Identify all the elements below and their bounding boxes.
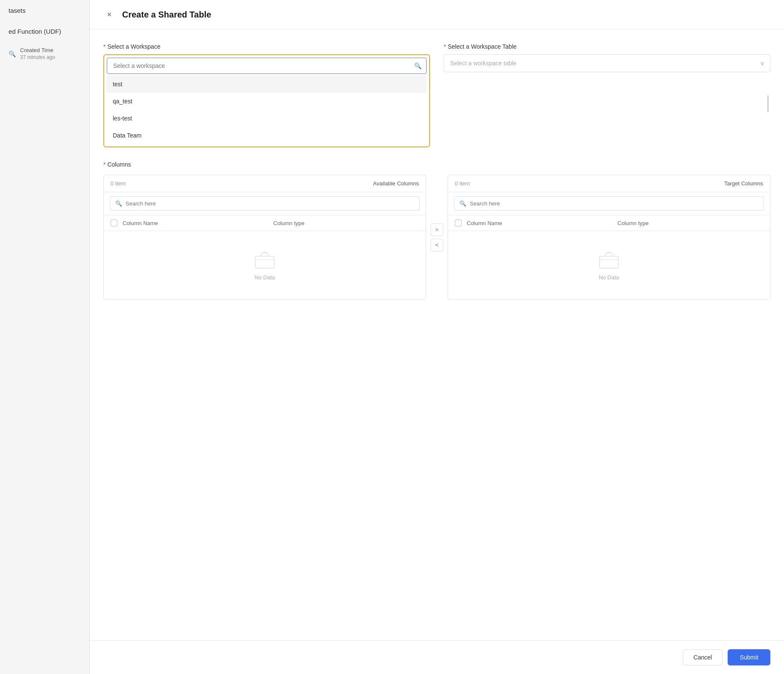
sidebar-created-label: Created Time — [20, 47, 55, 53]
workspace-table-select[interactable]: Select a workspace table — [444, 54, 770, 72]
workspace-table-label: * Select a Workspace Table — [444, 43, 770, 50]
target-columns-search-inner: 🔍 — [454, 196, 764, 211]
target-columns-search-input[interactable] — [470, 200, 758, 207]
target-no-data-icon — [598, 250, 620, 269]
workspace-options-list: test qa_test les-test Data Team — [107, 76, 427, 144]
available-columns-search-container: 🔍 — [104, 192, 426, 215]
sidebar-time-value: 37 minutes ago — [20, 54, 55, 60]
workspace-option-test[interactable]: test — [107, 76, 427, 93]
workspace-table-selector-group: * Select a Workspace Table Select a work… — [444, 43, 770, 147]
modal-close-button[interactable]: × — [103, 9, 115, 21]
sidebar: tasets ed Function (UDF) 🔍 Created Time … — [0, 0, 90, 674]
sidebar-item-datasets: tasets — [0, 0, 89, 21]
sidebar-item-udf[interactable]: ed Function (UDF) — [0, 21, 89, 42]
available-columns-search-input[interactable] — [126, 200, 414, 207]
available-columns-panel: 0 item Available Columns 🔍 Column Name C… — [103, 175, 426, 300]
target-no-data-text: No Data — [599, 274, 619, 281]
available-search-icon: 🔍 — [115, 200, 122, 207]
target-columns-search-container: 🔍 — [448, 192, 770, 215]
create-shared-table-modal: × Create a Shared Table * Select a Works… — [90, 0, 784, 674]
available-columns-title: Available Columns — [373, 180, 419, 187]
target-columns-empty-state: No Data — [448, 231, 770, 299]
available-columns-header: 0 item Available Columns — [104, 175, 426, 192]
workspace-search-input[interactable] — [107, 58, 427, 74]
available-select-all-checkbox[interactable] — [111, 220, 117, 226]
workspace-table-required-star: * — [444, 43, 446, 50]
available-columns-table-header: Column Name Column type — [104, 215, 426, 231]
target-col-type-header: Column type — [617, 220, 763, 226]
target-select-all-checkbox[interactable] — [455, 220, 462, 226]
target-columns-title: Target Columns — [724, 180, 763, 187]
workspace-option-datateam[interactable]: Data Team — [107, 127, 427, 144]
target-item-count: 0 item — [455, 180, 470, 187]
target-search-icon: 🔍 — [459, 200, 466, 207]
selectors-row: * Select a Workspace 🔍 test qa_test les-… — [103, 43, 770, 147]
modal-header: × Create a Shared Table — [90, 0, 784, 29]
columns-required-star: * — [103, 161, 105, 168]
transfer-forward-button[interactable]: > — [430, 223, 443, 236]
available-col-name-header: Column Name — [123, 220, 268, 226]
columns-section: * Columns 0 item Available Columns 🔍 — [103, 161, 770, 300]
workspace-selector-group: * Select a Workspace 🔍 test qa_test les-… — [103, 43, 430, 147]
target-columns-panel: 0 item Target Columns 🔍 Column Name Colu… — [448, 175, 770, 300]
columns-section-label: * Columns — [103, 161, 770, 168]
available-no-data-text: No Data — [255, 274, 275, 281]
target-columns-table-header: Column Name Column type — [448, 215, 770, 231]
workspace-option-qatest[interactable]: qa_test — [107, 93, 427, 110]
available-item-count: 0 item — [111, 180, 126, 187]
available-col-type-header: Column type — [273, 220, 419, 226]
available-columns-empty-state: No Data — [104, 231, 426, 299]
columns-row: 0 item Available Columns 🔍 Column Name C… — [103, 175, 770, 300]
workspace-option-lestest[interactable]: les-test — [107, 110, 427, 127]
modal-footer: Cancel Submit — [90, 640, 784, 674]
svg-rect-0 — [255, 256, 274, 268]
search-icon: 🔍 — [9, 50, 16, 57]
svg-rect-1 — [600, 256, 618, 268]
workspace-table-wrapper: Select a workspace table ∨ — [444, 54, 770, 72]
workspace-required-star: * — [103, 43, 105, 50]
workspace-search-wrapper: 🔍 — [107, 58, 427, 74]
transfer-backward-button[interactable]: < — [430, 239, 443, 252]
available-no-data-icon — [254, 250, 276, 269]
available-columns-search-inner: 🔍 — [110, 196, 420, 211]
target-col-name-header: Column Name — [467, 220, 612, 226]
target-columns-header: 0 item Target Columns — [448, 175, 770, 192]
modal-title: Create a Shared Table — [122, 10, 211, 20]
workspace-label: * Select a Workspace — [103, 43, 430, 50]
modal-body: * Select a Workspace 🔍 test qa_test les-… — [90, 29, 784, 640]
workspace-dropdown-wrapper[interactable]: 🔍 test qa_test les-test Data Team — [103, 54, 430, 147]
cancel-button[interactable]: Cancel — [683, 649, 723, 665]
submit-button[interactable]: Submit — [728, 649, 770, 665]
transfer-buttons: > < — [426, 175, 448, 300]
workspace-search-icon: 🔍 — [414, 62, 421, 69]
dropdown-scrollbar — [767, 95, 769, 112]
